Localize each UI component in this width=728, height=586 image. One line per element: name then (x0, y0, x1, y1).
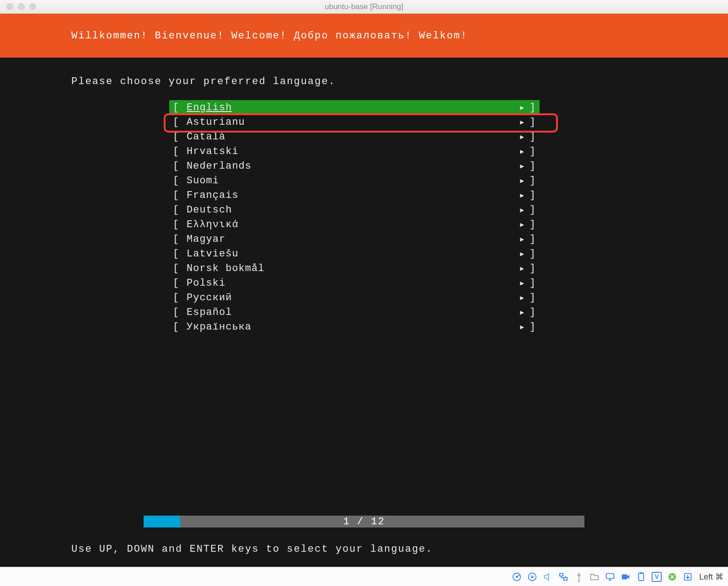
language-option[interactable]: [Asturianu▸] (169, 115, 540, 129)
language-label: Français (186, 190, 517, 201)
language-option[interactable]: [Deutsch▸] (169, 202, 540, 217)
seamless-icon[interactable] (666, 571, 678, 583)
bracket-right: ] (528, 117, 536, 128)
bracket-right: ] (528, 248, 536, 260)
submenu-arrow-icon: ▸ (517, 306, 528, 319)
svg-rect-10 (640, 572, 642, 574)
language-label: Magyar (186, 234, 517, 245)
bracket-left: [ (173, 307, 186, 318)
mouse-integration-icon[interactable] (682, 571, 694, 583)
hint-text: Use UP, DOWN and ENTER keys to select yo… (71, 543, 433, 555)
submenu-arrow-icon: ▸ (517, 248, 528, 260)
minimize-window-button[interactable] (18, 3, 25, 10)
vm-statusbar: V Left ⌘ (0, 567, 728, 586)
bracket-right: ] (528, 190, 536, 201)
shared-folders-icon[interactable] (589, 571, 600, 583)
submenu-arrow-icon: ▸ (517, 204, 528, 216)
submenu-arrow-icon: ▸ (517, 175, 528, 187)
language-option[interactable]: [Latviešu▸] (169, 246, 540, 261)
window-title: ubuntu-base [Running] (0, 2, 728, 11)
language-label: Latviešu (186, 248, 517, 260)
language-label: English (186, 102, 517, 113)
recording-icon[interactable] (620, 571, 632, 583)
svg-point-3 (531, 576, 533, 578)
virtualbox-icon[interactable]: V (651, 571, 663, 583)
language-label: Català (186, 131, 517, 143)
bracket-right: ] (528, 131, 536, 143)
submenu-arrow-icon: ▸ (517, 292, 528, 304)
svg-rect-9 (638, 573, 643, 581)
submenu-arrow-icon: ▸ (517, 116, 528, 128)
language-label: Nederlands (186, 160, 517, 172)
bracket-right: ] (528, 263, 536, 274)
hard-disk-icon[interactable] (511, 571, 523, 583)
language-option[interactable]: [Español▸] (169, 305, 540, 320)
language-label: Українська (186, 321, 517, 333)
language-option[interactable]: [Norsk bokmål▸] (169, 261, 540, 276)
submenu-arrow-icon: ▸ (517, 233, 528, 245)
language-option[interactable]: [Русский▸] (169, 290, 540, 305)
progress-bar: 1 / 12 (144, 516, 584, 527)
language-label: Norsk bokmål (186, 263, 517, 274)
bracket-left: [ (173, 175, 186, 186)
svg-point-2 (529, 573, 536, 581)
language-option[interactable]: [Hrvatski▸] (169, 144, 540, 159)
language-label: Polski (186, 277, 517, 289)
language-option[interactable]: [English▸] (169, 100, 540, 115)
language-label: Español (186, 307, 517, 318)
bracket-left: [ (173, 146, 186, 157)
bracket-right: ] (528, 292, 536, 304)
close-window-button[interactable] (6, 3, 13, 10)
bracket-right: ] (528, 307, 536, 318)
language-label: Suomi (186, 175, 517, 186)
language-option[interactable]: [Suomi▸] (169, 173, 540, 188)
shared-clipboard-icon[interactable] (635, 571, 647, 583)
bracket-right: ] (528, 146, 536, 157)
bracket-right: ] (528, 175, 536, 186)
submenu-arrow-icon: ▸ (517, 101, 528, 114)
submenu-arrow-icon: ▸ (517, 160, 528, 172)
bracket-left: [ (173, 102, 186, 113)
window-titlebar: ubuntu-base [Running] (0, 0, 728, 14)
bracket-right: ] (528, 277, 536, 289)
language-label: Asturianu (186, 117, 517, 128)
vm-display[interactable]: Willkommen! Bienvenue! Welcome! Добро по… (0, 14, 728, 567)
language-option[interactable]: [Català▸] (169, 129, 540, 144)
submenu-arrow-icon: ▸ (517, 277, 528, 289)
submenu-arrow-icon: ▸ (517, 131, 528, 143)
progress-area: 1 / 12 (0, 516, 728, 527)
language-option[interactable]: [Ελληνικά▸] (169, 217, 540, 232)
zoom-window-button[interactable] (29, 3, 36, 10)
bracket-right: ] (528, 321, 536, 333)
bracket-left: [ (173, 248, 186, 260)
language-option[interactable]: [Українська▸] (169, 320, 540, 334)
bracket-left: [ (173, 277, 186, 289)
bracket-right: ] (528, 102, 536, 113)
host-key-label: Left ⌘ (699, 572, 723, 582)
bracket-left: [ (173, 117, 186, 128)
installer-header: Willkommen! Bienvenue! Welcome! Добро по… (0, 14, 728, 58)
language-option[interactable]: [Polski▸] (169, 276, 540, 290)
bracket-left: [ (173, 219, 186, 230)
language-list[interactable]: [English▸][Asturianu▸][Català▸][Hrvatski… (169, 100, 540, 334)
bracket-right: ] (528, 219, 536, 230)
bracket-left: [ (173, 131, 186, 143)
language-label: Deutsch (186, 204, 517, 216)
language-option[interactable]: [Nederlands▸] (169, 159, 540, 173)
submenu-arrow-icon: ▸ (517, 145, 528, 158)
language-option[interactable]: [Français▸] (169, 188, 540, 202)
bracket-right: ] (528, 204, 536, 216)
bracket-right: ] (528, 160, 536, 172)
optical-disk-icon[interactable] (526, 571, 538, 583)
prompt-text: Please choose your preferred language. (0, 58, 728, 87)
audio-icon[interactable] (542, 571, 554, 583)
window-controls (0, 3, 36, 10)
svg-rect-7 (606, 573, 614, 578)
progress-label: 1 / 12 (144, 516, 584, 527)
display-icon[interactable] (604, 571, 616, 583)
bracket-left: [ (173, 204, 186, 216)
usb-icon[interactable] (573, 571, 585, 583)
language-option[interactable]: [Magyar▸] (169, 232, 540, 246)
bracket-left: [ (173, 160, 186, 172)
network-icon[interactable] (557, 571, 569, 583)
